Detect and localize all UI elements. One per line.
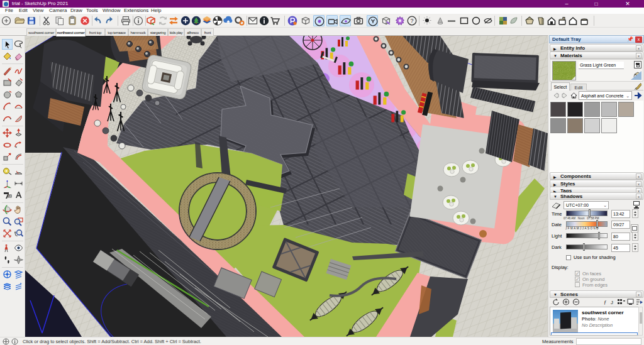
- svg-text:?: ?: [410, 18, 413, 24]
- svg-text:A1: A1: [9, 195, 11, 197]
- svg-text:ƒ: ƒ: [604, 299, 607, 305]
- svg-text:J: J: [611, 300, 613, 305]
